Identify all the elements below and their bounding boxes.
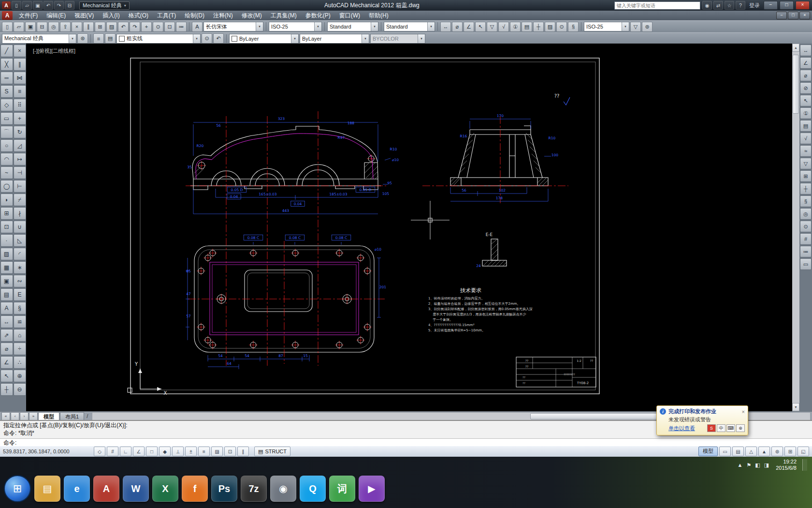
plot-preview-icon[interactable]: ◎ [48, 22, 59, 32]
centerline-icon[interactable]: ┼ [800, 183, 812, 194]
insert-block-icon[interactable]: ⊞ [0, 207, 13, 220]
drawing-canvas[interactable]: 32356188R47R20R1035⌀10951050.05 D0.040.0… [26, 44, 792, 411]
taskbar-excel[interactable]: X [152, 476, 178, 502]
layer-previous-icon[interactable]: ↶ [213, 33, 224, 44]
stretch-icon[interactable]: ↦ [14, 153, 26, 165]
table-style-select[interactable]: Standard ▾ [327, 22, 378, 31]
mleader-style-select[interactable]: Standard ▾ [384, 22, 435, 31]
edit-spline-icon[interactable]: § [14, 302, 26, 314]
erase-icon[interactable]: × [14, 45, 26, 57]
datum-icon[interactable]: ▽ [487, 22, 497, 32]
save-icon[interactable]: ▣ [25, 22, 36, 32]
struct-button[interactable]: ▤ STRUCT [254, 447, 290, 456]
make-block-icon[interactable]: ⊡ [0, 221, 13, 233]
model-space-button[interactable]: 模型 [698, 447, 718, 456]
open-file-icon[interactable]: ▱ [22, 1, 32, 10]
radius-dimension-icon[interactable]: ⌀ [800, 70, 812, 81]
taskbar-word[interactable]: W [123, 476, 149, 502]
angular-dimension-icon[interactable]: ∠ [800, 57, 812, 69]
publish-icon[interactable]: ⇪ [60, 22, 71, 32]
hole-chart-icon[interactable]: ⊙ [800, 221, 812, 232]
offset-icon[interactable]: ≡ [14, 85, 26, 98]
cut-icon[interactable]: × [72, 22, 82, 32]
osnap-toggle[interactable]: □ [146, 447, 158, 456]
extend-icon[interactable]: ⊢ [14, 180, 26, 193]
tab-nav-button[interactable]: › [20, 412, 29, 420]
plot-icon[interactable]: ⊟ [65, 1, 74, 10]
application-menu-button[interactable]: A [2, 1, 11, 9]
break-at-point-icon[interactable]: ∤ [14, 207, 26, 220]
quick-view-drawings-icon[interactable]: ▤ [732, 447, 744, 456]
chinese-mode-icon[interactable]: 中 [717, 424, 725, 432]
centerline-icon[interactable]: ┼ [533, 22, 544, 32]
clean-screen-icon[interactable]: ◱ [798, 447, 809, 456]
parts-list-icon[interactable]: ▤ [522, 22, 532, 32]
layer-properties-icon[interactable]: ≡ [93, 33, 104, 44]
point-icon[interactable]: ∙ [0, 234, 13, 247]
hscroll-thumb[interactable] [530, 413, 667, 419]
dim-angular-icon[interactable]: ∠ [0, 356, 13, 369]
snap-toggle[interactable]: ◇ [94, 447, 105, 456]
quick-properties-toggle[interactable]: ⊡ [224, 447, 236, 456]
polygon-icon[interactable]: ◇ [0, 99, 13, 111]
workspace-settings-icon[interactable]: ⊛ [77, 33, 88, 44]
doc-restore-button[interactable]: □ [788, 12, 798, 19]
menu-item[interactable]: 修改(M) [237, 11, 266, 20]
selection-cycling-toggle[interactable]: ∥ [237, 447, 249, 456]
menu-item[interactable]: 工具(T) [153, 11, 180, 20]
circle-icon[interactable]: ○ [0, 139, 13, 152]
coordinate-readout[interactable]: 539.8317, 306.1847, 0.0000 [3, 448, 92, 454]
tab-nav-button[interactable]: « [1, 412, 10, 420]
spline-icon[interactable]: ~ [0, 166, 13, 179]
notification-close-icon[interactable]: × [742, 409, 745, 415]
view-plot-details-link[interactable]: 单击以查看 [668, 425, 695, 432]
explode-icon[interactable]: ∗ [14, 261, 26, 274]
measure-icon[interactable]: ÷ [14, 343, 26, 355]
ellipse-icon[interactable]: ◯ [0, 180, 13, 193]
vertical-scrollbar[interactable]: ▲ ▼ [792, 44, 799, 411]
power-dimension-icon[interactable]: ↔ [800, 45, 812, 56]
ortho-toggle[interactable]: ∟ [120, 447, 131, 456]
hatch-icon[interactable]: ▨ [0, 248, 13, 260]
balloon-icon[interactable]: ① [510, 22, 521, 32]
break-icon[interactable]: ⌿ [14, 194, 26, 206]
doc-close-button[interactable]: × [799, 12, 810, 19]
annotation-visibility-icon[interactable]: ▲ [758, 447, 770, 456]
show-desktop-button[interactable] [802, 459, 807, 471]
match-properties-icon[interactable]: ⌂ [14, 329, 26, 342]
fillet-icon[interactable]: ◜ [14, 248, 26, 260]
dim-radius-icon[interactable]: ⌀ [452, 22, 463, 32]
edit-polyline-icon[interactable]: E [14, 288, 26, 301]
leader-note-icon[interactable]: ↖ [800, 95, 812, 106]
scale-icon[interactable]: ◿ [14, 139, 26, 152]
taskbar-firefox[interactable]: f [182, 476, 208, 502]
workspace-switching-icon[interactable]: ⊛ [771, 447, 783, 456]
ellipse-arc-icon[interactable]: ◗ [0, 194, 13, 206]
scroll-thumb[interactable] [793, 55, 799, 114]
options-icon[interactable]: ⊛ [642, 22, 652, 32]
dim-angular-icon[interactable]: ∠ [464, 22, 474, 32]
welding-symbol-icon[interactable]: ≈ [800, 145, 812, 157]
dynamic-input-toggle[interactable]: ± [185, 447, 197, 456]
menu-item[interactable]: 帮助(H) [364, 11, 393, 20]
taskbar-clock[interactable]: 19:22 2015/6/8 [773, 459, 797, 471]
dim-radius-icon[interactable]: ⌀ [0, 343, 13, 355]
detail-icon[interactable]: ⊙ [556, 22, 567, 32]
hatch-icon[interactable]: ▨ [545, 22, 555, 32]
keyboard-icon[interactable]: ⌨ [726, 424, 735, 432]
surface-texture-icon[interactable]: √ [800, 133, 812, 144]
detail-view-icon[interactable]: ◎ [800, 208, 812, 220]
menu-item[interactable]: 文件(F) [14, 11, 42, 20]
dim-linear-icon[interactable]: ↔ [0, 315, 13, 328]
plot-icon[interactable]: ⊟ [37, 22, 47, 32]
feature-control-frame-icon[interactable]: ⊞ [800, 170, 812, 182]
polar-toggle[interactable]: ∠ [133, 447, 145, 456]
region-icon[interactable]: ▣ [0, 275, 13, 287]
tab-nav-button[interactable]: ‹ [11, 412, 19, 420]
scroll-up-icon[interactable]: ▲ [792, 44, 799, 52]
title-border-icon[interactable]: ▭ [800, 258, 812, 270]
quick-view-layouts-icon[interactable]: ▭ [719, 447, 731, 456]
undo-icon[interactable]: ↶ [118, 22, 129, 32]
section-icon[interactable]: § [568, 22, 579, 32]
menu-item[interactable]: 插入(I) [98, 11, 124, 20]
